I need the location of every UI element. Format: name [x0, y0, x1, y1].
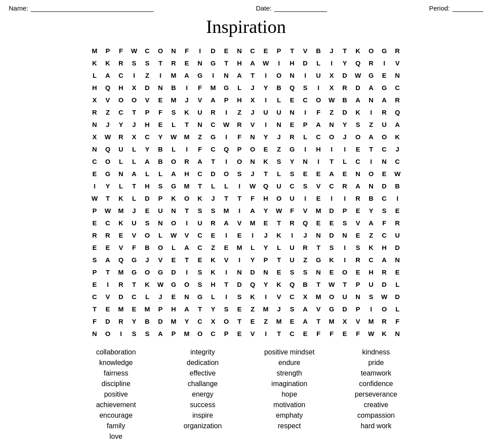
grid-cell: N: [286, 106, 299, 118]
grid-cell: C: [286, 327, 299, 340]
grid-cell: L: [312, 57, 325, 69]
grid-cell: H: [312, 143, 325, 155]
grid-cell: W: [352, 69, 365, 81]
grid-cell: E: [352, 266, 365, 278]
grid-cell: P: [88, 266, 101, 278]
grid-cell: N: [391, 327, 404, 340]
grid-cell: S: [365, 290, 378, 303]
grid-cell: T: [194, 180, 207, 192]
grid-cell: F: [312, 106, 325, 118]
grid-cell: N: [194, 118, 207, 130]
grid-cell: A: [180, 241, 194, 253]
grid-cell: O: [141, 266, 154, 278]
grid-cell: S: [286, 167, 299, 180]
grid-cell: I: [325, 192, 338, 204]
grid-cell: R: [88, 106, 101, 118]
grid-cell: M: [167, 315, 180, 327]
grid-cell: Z: [365, 118, 378, 130]
grid-cell: M: [312, 204, 325, 217]
grid-cell: U: [312, 69, 325, 81]
grid-cell: V: [141, 94, 154, 106]
grid-cell: C: [312, 130, 325, 143]
grid-cell: X: [325, 81, 338, 94]
grid-cell: U: [391, 229, 404, 241]
grid-cell: A: [365, 217, 378, 229]
grid-cell: Z: [101, 106, 115, 118]
grid-cell: D: [207, 44, 220, 57]
grid-cell: V: [352, 217, 365, 229]
grid-cell: I: [259, 290, 273, 303]
grid-cell: E: [220, 241, 233, 253]
grid-cell: O: [233, 155, 246, 167]
list-item: [162, 433, 244, 441]
grid-cell: R: [101, 229, 115, 241]
grid-cell: L: [220, 180, 233, 192]
grid-cell: S: [233, 167, 246, 180]
grid-cell: W: [325, 278, 338, 290]
grid-cell: O: [365, 44, 378, 57]
grid-cell: Z: [194, 130, 207, 143]
grid-cell: S: [128, 57, 141, 69]
grid-cell: C: [391, 155, 404, 167]
grid-cell: C: [207, 118, 220, 130]
grid-cell: S: [220, 303, 233, 315]
grid-cell: D: [352, 81, 365, 94]
grid-cell: W: [378, 290, 391, 303]
grid-cell: P: [273, 44, 286, 57]
grid-cell: E: [207, 229, 220, 241]
list-item: dedication: [162, 359, 244, 367]
grid-cell: M: [246, 217, 259, 229]
grid-cell: T: [180, 118, 194, 130]
grid-cell: T: [233, 315, 246, 327]
grid-cell: P: [88, 204, 101, 217]
grid-cell: P: [101, 44, 115, 57]
grid-cell: E: [233, 229, 246, 241]
list-item: collaboration: [75, 348, 158, 356]
grid-cell: I: [286, 229, 299, 241]
grid-cell: L: [128, 143, 141, 155]
grid-cell: E: [312, 217, 325, 229]
grid-cell: I: [154, 69, 167, 81]
grid-cell: V: [352, 315, 365, 327]
grid-cell: K: [167, 192, 180, 204]
grid-cell: W: [365, 327, 378, 340]
grid-cell: N: [88, 143, 101, 155]
grid-cell: X: [88, 130, 101, 143]
grid-cell: E: [391, 204, 404, 217]
grid-cell: G: [207, 57, 220, 69]
grid-cell: S: [338, 217, 352, 229]
list-item: confidence: [335, 380, 417, 388]
grid-cell: M: [233, 241, 246, 253]
grid-cell: I: [233, 253, 246, 266]
grid-cell: G: [194, 290, 207, 303]
grid-cell: K: [365, 241, 378, 253]
grid-cell: R: [233, 118, 246, 130]
grid-cell: L: [141, 167, 154, 180]
grid-cell: H: [233, 57, 246, 69]
grid-cell: I: [180, 266, 194, 278]
grid-cell: C: [141, 130, 154, 143]
grid-cell: T: [325, 155, 338, 167]
grid-cell: Z: [246, 303, 259, 315]
grid-cell: J: [273, 303, 286, 315]
grid-cell: T: [128, 106, 141, 118]
grid-cell: N: [338, 229, 352, 241]
grid-cell: B: [338, 94, 352, 106]
grid-cell: L: [391, 278, 404, 290]
grid-cell: Z: [141, 69, 154, 81]
grid-cell: R: [391, 94, 404, 106]
grid-cell: I: [101, 278, 115, 290]
grid-cell: B: [299, 278, 312, 290]
grid-cell: I: [220, 130, 233, 143]
grid-cell: H: [286, 57, 299, 69]
grid-cell: P: [259, 253, 273, 266]
grid-cell: C: [207, 327, 220, 340]
grid-cell: Q: [286, 278, 299, 290]
grid-cell: W: [246, 180, 259, 192]
grid-cell: I: [220, 106, 233, 118]
grid-cell: N: [180, 290, 194, 303]
grid-table: MPFWCONFIDENCEPTVBJTKOGRKKRSSTRENGTHAWIH…: [88, 44, 404, 340]
grid-cell: N: [167, 204, 180, 217]
grid-cell: R: [299, 241, 312, 253]
grid-cell: A: [194, 155, 207, 167]
